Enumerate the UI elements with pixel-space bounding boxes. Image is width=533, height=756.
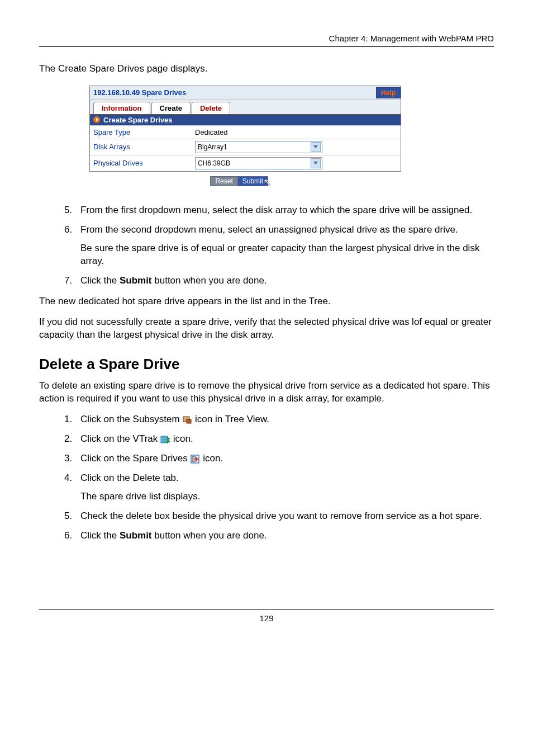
step-6: From the second dropdown menu, select an… bbox=[75, 224, 494, 268]
step2-4-note: The spare drive list displays. bbox=[80, 490, 494, 503]
svg-rect-1 bbox=[187, 419, 191, 423]
after-p2: If you did not sucessfully create a spar… bbox=[39, 316, 494, 342]
vtrak-icon bbox=[160, 434, 170, 445]
step2-6: Click the Submit button when you are don… bbox=[75, 530, 494, 542]
tab-information[interactable]: Information bbox=[93, 102, 150, 114]
button-row: ResetSubmit ↖ bbox=[89, 172, 400, 191]
reset-button[interactable]: Reset bbox=[210, 176, 237, 186]
panel: 192.168.10.49 Spare Drives Help Informat… bbox=[89, 86, 401, 172]
row-spare-type: Spare Type Dedicated bbox=[90, 125, 401, 139]
physical-drives-value: CH6:39GB bbox=[198, 159, 230, 167]
page-number: 129 bbox=[259, 613, 273, 623]
tabs-row: Information Create Delete bbox=[90, 100, 401, 114]
row-physical-drives: Physical Drives CH6:39GB bbox=[90, 155, 401, 171]
chevron-down-icon bbox=[311, 142, 321, 152]
step-6-note: Be sure the spare drive is of equal or g… bbox=[80, 242, 494, 268]
step2-5: Check the delete box beside the physical… bbox=[75, 510, 494, 523]
step2-4: Click on the Delete tab. The spare drive… bbox=[75, 472, 494, 503]
spare-type-label: Spare Type bbox=[90, 126, 192, 139]
step2-3: Click on the Spare Drives icon. bbox=[75, 452, 494, 465]
after-p1: The new dedicated hot spare drive appear… bbox=[39, 295, 494, 308]
section-label: Create Spare Drives bbox=[90, 114, 401, 125]
physical-drives-label: Physical Drives bbox=[90, 157, 192, 169]
intro-text: The Create Spare Drives page displays. bbox=[39, 63, 494, 75]
disk-arrays-label: Disk Arrays bbox=[90, 140, 192, 153]
steps-list-1: From the first dropdown menu, select the… bbox=[39, 204, 494, 287]
chevron-down-icon bbox=[311, 158, 321, 168]
tab-create[interactable]: Create bbox=[151, 102, 191, 114]
step2-2: Click on the VTrak icon. bbox=[75, 433, 494, 446]
subsystem-icon bbox=[182, 415, 192, 425]
spare-type-value: Dedicated bbox=[192, 126, 401, 138]
section2-intro: To delete an existing spare drive is to … bbox=[39, 380, 494, 405]
steps-list-2: Click on the Subsystem icon in Tree View… bbox=[39, 413, 494, 542]
help-button[interactable]: Help bbox=[376, 87, 401, 98]
spare-drives-icon bbox=[191, 454, 201, 464]
page-footer: 129 bbox=[39, 609, 494, 623]
bullet-icon bbox=[93, 116, 100, 123]
chapter-line: Chapter 4: Management with WebPAM PRO bbox=[329, 34, 494, 43]
disk-arrays-value: BigArray1 bbox=[198, 143, 227, 151]
screenshot: 192.168.10.49 Spare Drives Help Informat… bbox=[89, 86, 494, 191]
step2-1: Click on the Subsystem icon in Tree View… bbox=[75, 413, 494, 426]
step-5: From the first dropdown menu, select the… bbox=[75, 204, 494, 217]
panel-title: 192.168.10.49 Spare Drives bbox=[93, 88, 186, 97]
cursor-icon: ↖ bbox=[263, 176, 272, 188]
disk-arrays-select[interactable]: BigArray1 bbox=[195, 141, 322, 153]
section-heading: Delete a Spare Drive bbox=[39, 356, 494, 373]
section-label-text: Create Spare Drives bbox=[103, 116, 173, 124]
physical-drives-select[interactable]: CH6:39GB bbox=[195, 157, 322, 169]
step-7: Click the Submit button when you are don… bbox=[75, 275, 494, 287]
tab-delete[interactable]: Delete bbox=[192, 102, 230, 114]
page-header: Chapter 4: Management with WebPAM PRO bbox=[39, 34, 494, 47]
panel-titlebar: 192.168.10.49 Spare Drives Help bbox=[90, 86, 401, 100]
row-disk-arrays: Disk Arrays BigArray1 bbox=[90, 139, 401, 155]
